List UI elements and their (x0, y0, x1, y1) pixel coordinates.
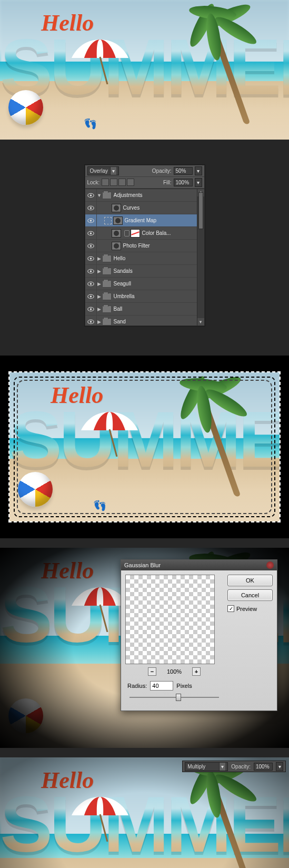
visibility-toggle[interactable] (85, 265, 97, 277)
folder-icon (102, 318, 112, 326)
lock-buttons[interactable] (102, 179, 135, 187)
visibility-toggle[interactable] (85, 227, 97, 239)
visibility-toggle[interactable] (85, 189, 97, 201)
scroll-down-icon[interactable]: ▼ (197, 318, 204, 326)
visibility-toggle[interactable] (85, 240, 97, 252)
preview-label: Preview (236, 606, 257, 612)
layer-row[interactable]: Gradient Map (85, 214, 204, 227)
layer-name: Photo Filter (123, 243, 150, 249)
opacity-input[interactable]: 100% (254, 763, 273, 771)
layer-row[interactable]: Photo Filter (85, 240, 204, 252)
lock-row: Lock: Fill: 100% ▾ (85, 177, 204, 189)
svg-point-20 (89, 308, 92, 310)
opacity-input[interactable]: 50% (174, 167, 193, 175)
dropdown-icon: ▾ (110, 167, 116, 175)
zoom-out-button[interactable]: − (148, 667, 156, 676)
layer-row[interactable]: ▶Sandals (85, 265, 204, 278)
layers-list: ▼AdjustmentsCurvesGradient MapColor Bala… (85, 189, 204, 326)
layer-name: Curves (123, 205, 140, 211)
layer-row[interactable]: Curves (85, 202, 204, 214)
layer-name: Gradient Map (125, 218, 157, 223)
radius-unit: Pixels (176, 683, 192, 689)
layer-row[interactable]: ▶Ball (85, 303, 204, 315)
disclosure-icon[interactable]: ▼ (97, 193, 102, 198)
visibility-toggle[interactable] (85, 214, 97, 226)
layer-row[interactable]: ▶Seagull (85, 278, 204, 290)
layer-name: Color Bala... (142, 230, 171, 236)
dialog-titlebar[interactable]: Gaussian Blur (121, 560, 277, 570)
adjustment-icon (113, 216, 123, 225)
blend-mini-panel: Multiply ▾ Opacity: 100% ▾ (182, 761, 286, 772)
zoom-in-button[interactable]: + (192, 667, 201, 676)
svg-point-16 (89, 283, 92, 285)
disclosure-icon[interactable]: ▶ (97, 281, 102, 287)
visibility-toggle[interactable] (85, 315, 97, 326)
opacity-dropdown[interactable]: ▾ (195, 166, 202, 175)
blur-preview[interactable] (125, 575, 215, 664)
layer-row[interactable]: ▶Hello (85, 252, 204, 265)
checkbox-icon: ✓ (227, 605, 234, 612)
fill-dropdown[interactable]: ▾ (195, 178, 202, 187)
blend-mode-select[interactable]: Overlay ▾ (87, 166, 119, 175)
layers-panel-wrap: Overlay ▾ Opacity: 50% ▾ Lock: Fill: 100… (0, 157, 289, 338)
close-icon[interactable] (266, 561, 274, 569)
visibility-toggle[interactable] (85, 290, 97, 302)
svg-point-18 (89, 295, 92, 298)
opacity-label: Opacity: (231, 764, 251, 770)
layers-panel: Overlay ▾ Opacity: 50% ▾ Lock: Fill: 100… (85, 165, 205, 326)
layers-scrollbar[interactable]: ▼ ▼ (197, 189, 204, 326)
disclosure-icon[interactable]: ▶ (97, 294, 102, 299)
layer-name: Sandals (114, 268, 133, 274)
link-icon[interactable] (124, 230, 129, 236)
visibility-toggle[interactable] (85, 303, 97, 315)
hello-text: Hello (41, 767, 94, 794)
dropdown-icon: ▾ (219, 763, 225, 771)
svg-point-14 (89, 270, 92, 272)
scroll-thumb[interactable] (198, 192, 203, 229)
gaussian-blur-dialog: Gaussian Blur − 100% + Radius: Pixels (121, 559, 277, 711)
cancel-button[interactable]: Cancel (227, 589, 273, 601)
radius-label: Radius: (127, 683, 147, 689)
radius-slider[interactable] (129, 694, 219, 701)
disclosure-icon[interactable]: ▶ (97, 319, 102, 324)
layer-row[interactable]: ▶Umbrella (85, 290, 204, 303)
beach-ball (8, 90, 43, 125)
fill-input[interactable]: 100% (174, 179, 193, 186)
folder-icon (102, 293, 112, 300)
opacity-label: Opacity: (152, 168, 172, 174)
layer-row[interactable]: ▶Sand (85, 315, 204, 326)
disclosure-icon[interactable]: ▶ (97, 307, 102, 312)
radius-input[interactable] (150, 681, 173, 691)
svg-point-6 (89, 220, 92, 222)
zoom-value: 100% (167, 668, 182, 675)
layer-name: Seagull (114, 281, 131, 287)
selection-indicator (104, 217, 112, 224)
blend-mode-select[interactable]: Multiply ▾ (185, 762, 228, 771)
visibility-toggle[interactable] (85, 252, 97, 264)
layer-row[interactable]: Color Bala... (85, 227, 204, 240)
svg-line-25 (100, 814, 107, 842)
selection-panel-wrap: SUMMER Hello 👣 (0, 356, 289, 538)
layer-row[interactable]: ▼Adjustments (85, 189, 204, 202)
blend-mode-value: Overlay (90, 168, 108, 174)
multiply-panel-wrap: SUMMER Hello 👣 Multiply ▾ Opacity: 100% … (0, 757, 289, 868)
fill-label: Fill: (163, 180, 172, 185)
visibility-toggle[interactable] (85, 202, 97, 214)
disclosure-icon[interactable]: ▶ (97, 256, 102, 261)
dialog-title: Gaussian Blur (124, 562, 161, 568)
svg-point-8 (89, 232, 92, 234)
adjustment-icon (112, 229, 121, 238)
mask-thumb (131, 229, 140, 238)
disclosure-icon[interactable]: ▶ (97, 269, 102, 274)
folder-icon (102, 268, 112, 275)
artwork-with-selection: SUMMER Hello 👣 (9, 372, 280, 521)
layer-name: Sand (114, 319, 126, 324)
opacity-dropdown[interactable]: ▾ (276, 762, 283, 771)
adjustment-icon (112, 242, 121, 250)
gaussian-blur-panel: SUMMER Hello Gaussian Blur − 100% + Radi… (0, 548, 289, 748)
preview-checkbox[interactable]: ✓ Preview (227, 605, 273, 612)
ok-button[interactable]: OK (227, 575, 273, 586)
svg-point-4 (89, 207, 92, 209)
visibility-toggle[interactable] (85, 278, 97, 290)
lock-label: Lock: (87, 180, 100, 185)
